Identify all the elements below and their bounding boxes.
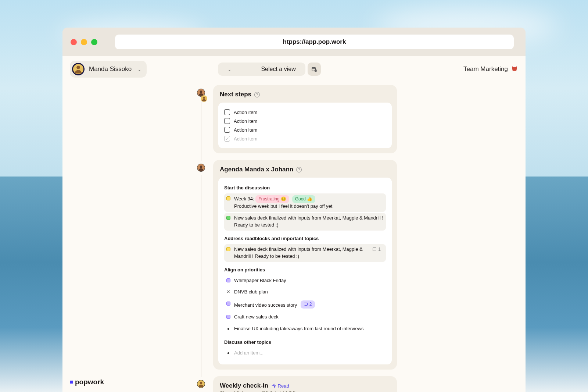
- svg-point-0: [76, 66, 80, 69]
- team-label[interactable]: Team Marketing: [463, 65, 518, 74]
- card-title: Agenda Manda x Johann: [220, 166, 293, 173]
- timeline: Next steps ? Action item Action item: [213, 85, 397, 392]
- tag-good: Good 👍: [292, 195, 316, 203]
- bullet-purple-icon: [226, 302, 230, 306]
- add-item-placeholder: Add an item...: [234, 350, 384, 357]
- agenda-item[interactable]: Craft new sales deck: [224, 312, 386, 322]
- checkin-subtext: Shared 2 days ago (20-Jul at 11:54): [218, 390, 392, 392]
- action-item-label: Action item: [234, 136, 257, 142]
- browser-window: htpps://app.pop.work Manda Sissoko ⌄ ⌄ S…: [62, 28, 526, 392]
- agenda-item[interactable]: New sales deck finalized with inputs fro…: [224, 244, 386, 262]
- section-heading: Address roadblocks and important topics: [224, 236, 386, 241]
- action-item-label: Action item: [234, 127, 257, 133]
- card-avatars: [197, 380, 205, 388]
- checkbox-icon[interactable]: [224, 109, 230, 115]
- next-steps-card: Next steps ? Action item Action item: [213, 85, 397, 153]
- action-item-row[interactable]: ✓ Action item: [224, 134, 386, 143]
- add-item-row[interactable]: Add an item...: [224, 348, 386, 359]
- avatar-manda: [197, 380, 205, 388]
- section-heading: Start the discussion: [224, 185, 386, 190]
- action-item-row[interactable]: Action item: [224, 108, 386, 117]
- agenda-item[interactable]: Whitepaper Black Friday: [224, 275, 386, 286]
- card-outer: Agenda Manda x Johann ? Start the discus…: [213, 160, 397, 370]
- item-body: DNVB club plan: [234, 289, 384, 296]
- svg-point-5: [203, 97, 205, 99]
- action-item-row[interactable]: Action item: [224, 117, 386, 125]
- view-selector: ⌄ Select a view: [218, 63, 320, 76]
- timeline-line: [201, 175, 201, 377]
- help-icon[interactable]: ?: [296, 167, 302, 172]
- week-prefix: Week 34:: [234, 196, 254, 202]
- agenda-item[interactable]: Merchant video success story 2: [224, 299, 386, 311]
- item-body: Craft new sales deck: [234, 314, 384, 321]
- card-inner: Action item Action item Action item: [218, 103, 392, 148]
- brand-logo[interactable]: popwork: [70, 378, 104, 386]
- action-item-label: Action item: [234, 118, 257, 124]
- checkbox-icon[interactable]: [224, 127, 230, 133]
- item-body: New sales deck finalized with inputs fro…: [234, 215, 384, 229]
- agenda-item[interactable]: New sales deck finalized with inputs fro…: [224, 213, 386, 231]
- bullet-purple-icon: [226, 315, 230, 319]
- comment-count[interactable]: 1: [369, 246, 384, 253]
- week-note: Productive week but I feel it doesn't pa…: [234, 203, 332, 209]
- bullet-dot-icon: [227, 328, 229, 330]
- agenda-item[interactable]: ✕ DNVB club plan: [224, 287, 386, 297]
- checkbox-icon[interactable]: [224, 118, 230, 124]
- action-item-row[interactable]: Action item: [224, 125, 386, 134]
- app-area: Manda Sissoko ⌄ ⌄ Select a view Team Mar…: [62, 56, 526, 392]
- item-body: Finalise UX including takeaways from las…: [234, 325, 384, 332]
- item-body: Week 34: Frustrating 😣 Good 👍 Productive…: [234, 195, 384, 210]
- view-selector-label: Select a view: [261, 66, 295, 72]
- svg-point-6: [200, 165, 202, 168]
- section-heading: Align on priorities: [224, 267, 386, 272]
- bullet-green-icon: [226, 216, 230, 220]
- card-avatars: [197, 89, 207, 102]
- user-name: Manda Sissoko: [89, 65, 132, 73]
- top-bar: Manda Sissoko ⌄ ⌄ Select a view Team Mar…: [62, 56, 526, 82]
- avatar-johann: [197, 164, 205, 172]
- agenda-item[interactable]: Week 34: Frustrating 😣 Good 👍 Productive…: [224, 193, 386, 212]
- card-title: Next steps: [220, 91, 251, 98]
- window-controls: [71, 39, 97, 45]
- svg-point-4: [200, 90, 202, 93]
- calendar-settings-button[interactable]: [308, 63, 321, 76]
- card-avatars: [197, 164, 205, 172]
- view-selector-pill[interactable]: ⌄ Select a view: [218, 63, 305, 76]
- agenda-item[interactable]: Finalise UX including takeaways from las…: [224, 324, 386, 334]
- item-body: New sales deck finalized with inputs fro…: [234, 246, 363, 260]
- chevron-down-icon: ⌄: [137, 67, 141, 72]
- card-title: Weekly check-in: [220, 382, 268, 389]
- agenda-card: Agenda Manda x Johann ? Start the discus…: [213, 160, 397, 370]
- timeline-line: [201, 100, 201, 161]
- avatar-manda: [201, 95, 207, 102]
- url-text: htpps://app.pop.work: [283, 38, 346, 46]
- url-bar[interactable]: htpps://app.pop.work: [115, 35, 514, 49]
- checkbox-checked-icon[interactable]: ✓: [224, 136, 230, 142]
- bullet-yellow-icon: [226, 247, 230, 251]
- browser-chrome: htpps://app.pop.work: [62, 28, 526, 56]
- action-item-label: Action item: [234, 110, 257, 115]
- minimize-window-icon[interactable]: [81, 39, 87, 45]
- team-icon: [511, 65, 518, 74]
- card-inner: Start the discussion Week 34: Frustratin…: [218, 178, 392, 364]
- comment-count[interactable]: 2: [301, 300, 315, 308]
- checkin-card: Weekly check-in Read Shared 2 days ago (…: [213, 376, 397, 392]
- user-selector[interactable]: Manda Sissoko ⌄: [70, 61, 147, 78]
- chevron-down-icon: ⌄: [227, 67, 232, 72]
- bullet-purple-icon: [226, 278, 230, 282]
- tag-frustrating: Frustrating 😣: [255, 195, 289, 203]
- item-body: Whitepaper Black Friday: [234, 277, 384, 284]
- bullet-yellow-icon: [226, 196, 230, 200]
- help-icon[interactable]: ?: [254, 92, 260, 97]
- bullet-dot-icon: [227, 352, 229, 354]
- team-name: Team Marketing: [463, 65, 508, 73]
- card-outer: Weekly check-in Read Shared 2 days ago (…: [213, 376, 397, 392]
- bullet-x-icon: ✕: [226, 290, 230, 294]
- section-heading: Discuss other topics: [224, 339, 386, 345]
- read-link[interactable]: Read: [271, 383, 289, 389]
- maximize-window-icon[interactable]: [91, 39, 97, 45]
- close-window-icon[interactable]: [71, 39, 77, 45]
- brand-name: popwork: [75, 378, 104, 386]
- svg-point-7: [200, 382, 202, 385]
- user-avatar: [72, 63, 85, 75]
